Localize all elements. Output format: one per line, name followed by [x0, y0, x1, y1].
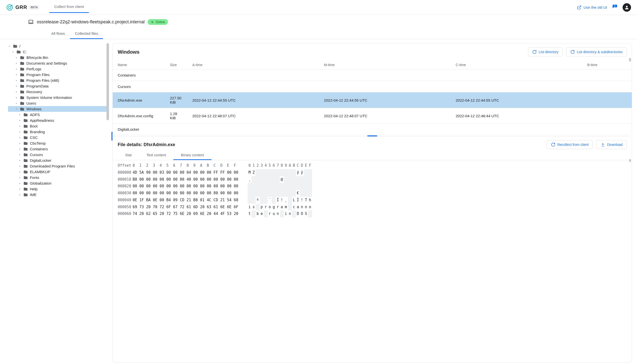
expand-icon[interactable]: [19, 193, 21, 196]
expand-icon[interactable]: [15, 102, 18, 105]
expand-icon[interactable]: [19, 170, 21, 174]
header-right: Use the old UI: [577, 3, 631, 12]
tree-item[interactable]: Help: [8, 186, 107, 192]
expand-icon[interactable]: [19, 159, 21, 162]
col-atime[interactable]: A-time: [187, 60, 319, 70]
tree-item[interactable]: CSC: [8, 135, 107, 140]
online-label: Online: [155, 20, 165, 24]
col-size[interactable]: Size: [165, 60, 187, 70]
expand-icon[interactable]: [19, 165, 21, 168]
col-btime[interactable]: B-time: [582, 60, 632, 70]
details-tab-text[interactable]: Text content: [139, 150, 173, 160]
details-tab-stat[interactable]: Stat: [118, 150, 139, 160]
svg-rect-3: [615, 7, 615, 8]
tree-drive-c[interactable]: C:: [8, 49, 107, 55]
tree-item[interactable]: Documents and Settings: [8, 60, 107, 66]
tree-item[interactable]: $Recycle.Bin: [8, 55, 107, 60]
tree-item[interactable]: Program Files: [8, 72, 107, 78]
table-row[interactable]: DfsrAdmin.exe227.50 KiB2022-04-12 22:44:…: [113, 92, 632, 108]
list-subdirectories-button[interactable]: List directory & subdirectories: [566, 48, 627, 56]
details-header: File details: DfsrAdmin.exe Recollect fr…: [113, 137, 632, 150]
expand-icon[interactable]: [15, 73, 18, 76]
tree-item[interactable]: Program Files (x86): [8, 78, 107, 83]
tree-item-windows[interactable]: Windows: [8, 106, 107, 112]
tree-item[interactable]: Globalization: [8, 180, 107, 186]
expand-icon[interactable]: [15, 96, 18, 99]
right-panel: Windows List directory List directory & …: [109, 39, 637, 362]
table-row[interactable]: DigitalLocker: [113, 124, 632, 135]
tree-item[interactable]: CbsTemp: [8, 140, 107, 146]
app-name: GRR: [16, 4, 27, 10]
details-scrollbar[interactable]: [629, 159, 631, 162]
expand-icon[interactable]: [19, 176, 21, 179]
expand-icon[interactable]: [19, 148, 21, 150]
tree-item[interactable]: IME: [8, 192, 107, 198]
expand-icon[interactable]: [19, 136, 21, 139]
hex-row: 00002000 00 00 00 00 00 00 00 00 00 00 0…: [118, 183, 632, 190]
expand-icon[interactable]: [19, 142, 21, 145]
feedback-icon[interactable]: [612, 4, 617, 10]
col-ctime[interactable]: C-time: [451, 60, 582, 70]
listing-scrollbar[interactable]: [629, 58, 631, 62]
refresh-icon: [532, 50, 537, 54]
tab-collected-files[interactable]: Collected files: [70, 28, 103, 39]
file-table: Name Size A-time M-time C-time B-time Co…: [113, 60, 632, 135]
col-mtime[interactable]: M-time: [319, 60, 451, 70]
expand-icon[interactable]: [19, 119, 21, 122]
old-ui-link[interactable]: Use the old UI: [577, 5, 607, 10]
expand-icon[interactable]: [19, 113, 21, 116]
tree-item[interactable]: Recovery: [8, 89, 107, 95]
file-tree[interactable]: /C:$Recycle.BinDocuments and SettingsPer…: [0, 39, 109, 362]
expand-icon[interactable]: [15, 90, 18, 94]
tree-item[interactable]: DigitalLocker: [8, 158, 107, 163]
table-row[interactable]: DfsrAdmin.exe.config1.28 KiB2022-04-12 2…: [113, 108, 632, 124]
tree-root[interactable]: /: [8, 43, 107, 49]
tree-item[interactable]: ADFS: [8, 112, 107, 118]
table-row[interactable]: Containers: [113, 70, 632, 81]
grr-logo-icon: [6, 4, 14, 11]
expand-icon[interactable]: [12, 50, 15, 54]
expand-icon[interactable]: [15, 62, 18, 65]
tree-item[interactable]: ProgramData: [8, 83, 107, 89]
hex-header-ascii: 0123456789ABCDEF: [248, 162, 312, 169]
hex-view[interactable]: Offset0 1 2 3 4 5 6 7 8 9 A B C D E F 01…: [113, 160, 632, 218]
expand-icon[interactable]: [19, 125, 21, 128]
tree-item[interactable]: Boot: [8, 123, 107, 129]
online-chip: Online: [148, 19, 168, 25]
svg-point-4: [626, 6, 628, 8]
tab-all-flows[interactable]: All flows: [46, 28, 70, 39]
horizontal-resize-handle[interactable]: [111, 132, 112, 141]
tree-item[interactable]: AppReadiness: [8, 118, 107, 123]
tree-item[interactable]: Containers: [8, 146, 107, 152]
directory-header: Windows List directory List directory & …: [113, 44, 632, 60]
avatar[interactable]: [622, 3, 631, 12]
app-logo[interactable]: GRR BETA: [6, 4, 39, 11]
col-name[interactable]: Name: [113, 60, 165, 70]
expand-icon[interactable]: [19, 182, 21, 185]
list-directory-button[interactable]: List directory: [528, 48, 563, 56]
recollect-button[interactable]: Recollect from client: [547, 140, 593, 149]
expand-icon[interactable]: [15, 108, 18, 110]
download-button[interactable]: Download: [596, 140, 627, 149]
tree-item[interactable]: Downloaded Program Files: [8, 163, 107, 169]
expand-icon[interactable]: [15, 79, 18, 82]
tree-item[interactable]: Fonts: [8, 175, 107, 180]
tree-item[interactable]: Users: [8, 100, 107, 106]
expand-icon[interactable]: [15, 85, 18, 88]
tree-scrollbar[interactable]: [106, 43, 109, 120]
tree-item[interactable]: ELAMBKUP: [8, 169, 107, 175]
tree-item[interactable]: Branding: [8, 129, 107, 135]
expand-icon[interactable]: [19, 188, 21, 190]
tree-item[interactable]: PerfLogs: [8, 66, 107, 72]
details-tab-binary[interactable]: Binary content: [173, 150, 211, 160]
expand-icon[interactable]: [19, 153, 21, 156]
tree-item[interactable]: Cursors: [8, 152, 107, 158]
top-header: GRR BETA Collect from client Use the old…: [0, 0, 637, 15]
expand-icon[interactable]: [15, 56, 18, 59]
collect-search[interactable]: Collect from client: [49, 2, 89, 13]
table-row[interactable]: Cursors: [113, 81, 632, 92]
tree-item[interactable]: System Volume Information: [8, 95, 107, 100]
expand-icon[interactable]: [8, 45, 11, 48]
expand-icon[interactable]: [15, 68, 18, 70]
expand-icon[interactable]: [19, 130, 21, 134]
